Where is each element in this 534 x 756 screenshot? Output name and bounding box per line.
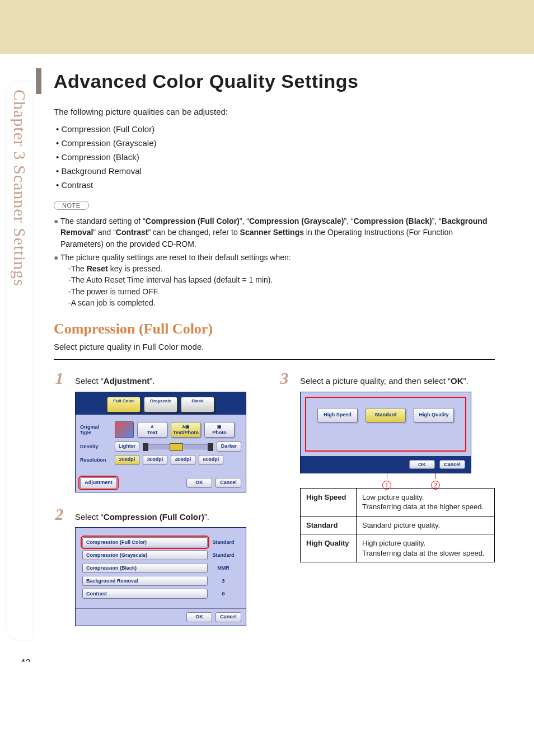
color-tab-black[interactable]: Black [181, 397, 214, 412]
color-tab-fullcolor[interactable]: Full Color [107, 397, 140, 412]
bullet-icon: ● [54, 252, 60, 308]
page-content: Chapter 3 Scanner Settings Advanced Colo… [0, 54, 534, 662]
note-item-1: The standard setting of “Compression (Fu… [60, 215, 495, 250]
compression-black-button[interactable]: Compression (Black) [82, 563, 208, 573]
list-item: Compression (Grayscale) [56, 138, 495, 148]
darker-button[interactable]: Darker [217, 442, 241, 452]
page-number: 42 [20, 658, 31, 662]
top-band [0, 0, 534, 54]
ok-button[interactable]: OK [186, 478, 212, 488]
density-label: Density [80, 444, 111, 449]
compression-grayscale-button[interactable]: Compression (Grayscale) [82, 550, 208, 560]
original-type-label: Original Type [80, 424, 111, 435]
type-photo-button[interactable]: ▣Photo [204, 422, 235, 438]
screenshot-compression-list: Compression (Full Color)Standard Compres… [75, 527, 254, 626]
cancel-button[interactable]: Cancel [439, 460, 465, 469]
slider-thumb[interactable] [170, 443, 183, 451]
contrast-value: 0 [208, 591, 239, 597]
res-400dpi-button[interactable]: 400dpi [171, 455, 195, 465]
callout-2: 2 [431, 473, 440, 490]
list-item: Compression (Black) [56, 152, 495, 162]
resolution-label: Resolution [80, 457, 111, 463]
highspeed-option[interactable]: High Speed [317, 408, 358, 422]
adjustment-button[interactable]: Adjustment [80, 477, 117, 489]
type-text-button[interactable]: AText [137, 422, 167, 438]
callout-1: 1 [382, 473, 391, 490]
screenshot-quality-options: High Speed Standard High Quality OK Canc… [300, 392, 471, 488]
section-description: Select picture quality in Full Color mod… [54, 342, 495, 351]
photo-icon: ▣ [205, 424, 234, 429]
slider-left-arrow-icon[interactable] [143, 443, 148, 451]
background-removal-value: 3 [208, 578, 239, 584]
qt-standard-desc: Standard picture quality. [357, 516, 495, 534]
section-heading: Compression (Full Color) [54, 321, 495, 337]
bullet-icon: ● [54, 215, 60, 250]
heading-ornament-icon [36, 68, 41, 94]
qt-highspeed-head: High Speed [301, 488, 357, 516]
text-icon: A [138, 424, 167, 429]
step-number-1: 1 [54, 370, 65, 387]
standard-option[interactable]: Standard [366, 408, 406, 422]
page-title: Advanced Color Quality Settings [54, 71, 495, 92]
qt-highspeed-desc: Low picture quality. Transferring data a… [357, 488, 495, 516]
compression-fullcolor-button[interactable]: Compression (Full Color) [82, 537, 208, 547]
res-600dpi-button[interactable]: 600dpi [199, 455, 223, 465]
note-item-2: The picture quality settings are reset t… [60, 252, 495, 308]
qt-highquality-head: High Quality [301, 534, 357, 562]
list-item: Contrast [56, 180, 495, 190]
chapter-side-tab: Chapter 3 Scanner Settings [7, 82, 32, 640]
compression-fullcolor-value: Standard [208, 539, 239, 545]
compression-black-value: MMR [208, 565, 239, 571]
right-column: 3 Select a picture quality, and then sel… [279, 370, 495, 640]
quality-description-table: High SpeedLow picture quality. Transferr… [300, 488, 495, 563]
highquality-option[interactable]: High Quality [414, 408, 454, 422]
left-column: 1 Select “Adjustment”. Full Color Graysc… [54, 370, 254, 640]
qt-standard-head: Standard [301, 516, 357, 534]
intro-text: The following picture qualities can be a… [54, 107, 495, 116]
table-row: High SpeedLow picture quality. Transferr… [301, 488, 495, 516]
contrast-button[interactable]: Contrast [82, 589, 208, 599]
note-badge: NOTE [54, 201, 89, 210]
type-textphoto-button[interactable]: A▣Text/Photo [171, 422, 201, 438]
step-3-text: Select a picture quality, and then selec… [300, 375, 469, 387]
color-tab-grayscale[interactable]: Grayscale [144, 397, 177, 412]
density-slider[interactable] [143, 444, 213, 449]
table-row: High QualityHigh picture quality. Transf… [301, 534, 495, 562]
quality-list: Compression (Full Color) Compression (Gr… [56, 124, 495, 190]
cancel-button[interactable]: Cancel [216, 612, 241, 622]
res-200dpi-button[interactable]: 200dpi [115, 455, 139, 465]
table-row: StandardStandard picture quality. [301, 516, 495, 534]
screenshot-adjustment-panel: Full Color Grayscale Black Original Type… [75, 392, 254, 492]
background-removal-button[interactable]: Background Removal [82, 576, 208, 586]
original-preview-icon [115, 421, 134, 438]
slider-right-arrow-icon[interactable] [208, 443, 213, 451]
list-item: Background Removal [56, 166, 495, 176]
compression-grayscale-value: Standard [208, 552, 239, 558]
qt-highquality-desc: High picture quality. Transferring data … [357, 534, 495, 562]
step-2-text: Select “Compression (Full Color)”. [75, 511, 209, 523]
note-list: ● The standard setting of “Compression (… [54, 215, 495, 308]
cancel-button[interactable]: Cancel [216, 478, 241, 488]
chapter-side-label: Chapter 3 Scanner Settings [10, 90, 29, 287]
step-1-text: Select “Adjustment”. [75, 375, 155, 387]
section-divider [54, 359, 495, 360]
ok-button[interactable]: OK [409, 460, 435, 469]
step-number-2: 2 [54, 506, 65, 523]
lighter-button[interactable]: Lighter [115, 442, 139, 452]
step-number-3: 3 [279, 370, 290, 387]
textphoto-icon: A▣ [171, 424, 200, 429]
ok-button[interactable]: OK [186, 612, 212, 622]
list-item: Compression (Full Color) [56, 124, 495, 134]
res-300dpi-button[interactable]: 300dpi [143, 455, 167, 465]
